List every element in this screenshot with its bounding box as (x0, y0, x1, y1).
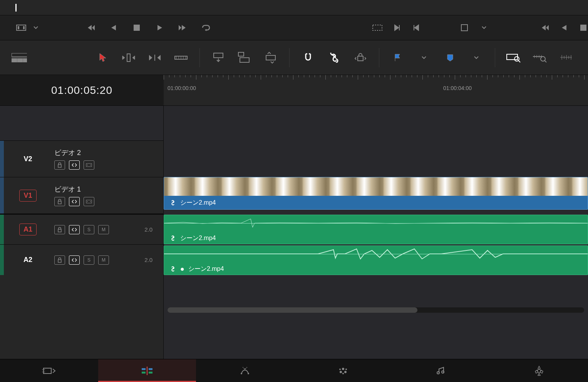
clip-label: シーン2.mp4 (164, 196, 588, 210)
scrub-bar[interactable] (0, 0, 588, 15)
color-page-tab[interactable] (294, 359, 392, 382)
chevron-down-icon[interactable] (469, 50, 484, 65)
lock-icon[interactable] (54, 160, 65, 170)
horizontal-scrollbar[interactable] (168, 307, 584, 313)
svg-rect-19 (240, 58, 249, 62)
stop-icon[interactable] (131, 22, 142, 33)
svg-rect-49 (142, 368, 146, 370)
track-select-v1[interactable]: V1 (8, 177, 48, 214)
svg-point-61 (339, 369, 341, 370)
audio-clip[interactable]: ● シーン2.mp4 (164, 245, 588, 275)
trim-tool-icon[interactable] (121, 50, 136, 65)
fairlight-page-tab[interactable] (392, 359, 490, 382)
timeline-ruler[interactable]: 01:00:00:00 01:00:04:00 (164, 75, 588, 105)
track-select-v2[interactable]: V2 (8, 141, 48, 177)
edit-page-tab[interactable] (98, 359, 196, 382)
track-indicator (0, 215, 4, 244)
svg-rect-10 (23, 58, 27, 62)
deliver-page-tab[interactable] (490, 359, 588, 382)
step-back-icon[interactable] (559, 22, 568, 33)
match-frame-icon[interactable] (372, 22, 382, 33)
waveform (164, 246, 588, 262)
chevron-down-icon[interactable] (416, 50, 432, 65)
channel-count: 2.0 (144, 226, 157, 233)
track-select-a1[interactable]: A1 (8, 215, 48, 244)
stop-icon[interactable] (579, 22, 588, 33)
svg-rect-3 (134, 25, 140, 31)
next-clip-icon[interactable] (392, 22, 402, 33)
solo-button[interactable]: S (84, 255, 94, 265)
audio-clip[interactable]: シーン2.mp4 (164, 215, 588, 244)
auto-select-icon[interactable] (69, 225, 80, 234)
auto-select-icon[interactable] (69, 160, 80, 170)
snap-icon[interactable] (300, 50, 316, 65)
link-icon[interactable] (327, 50, 342, 65)
chevron-down-icon[interactable] (479, 22, 489, 33)
lock-icon[interactable] (54, 197, 65, 206)
svg-rect-50 (149, 368, 152, 370)
clip-label: シーン2.mp4 (164, 231, 588, 244)
video-enable-icon[interactable] (84, 160, 94, 170)
svg-point-53 (241, 373, 242, 374)
lock-icon[interactable] (54, 225, 65, 234)
skip-back-icon[interactable] (540, 22, 549, 33)
clip-thumbnails (164, 177, 588, 196)
track-header-v2[interactable]: V2 ビデオ 2 (0, 140, 163, 177)
ruler-label: 01:00:00:00 (168, 85, 196, 91)
svg-rect-52 (149, 372, 152, 374)
svg-rect-8 (12, 58, 17, 62)
skip-back-icon[interactable] (85, 22, 96, 33)
replace-clip-icon[interactable] (263, 50, 278, 65)
mute-button[interactable]: M (98, 225, 109, 234)
svg-point-60 (342, 373, 344, 374)
scrollbar-thumb[interactable] (168, 307, 417, 313)
clip-name: シーン2.mp4 (188, 265, 224, 273)
viewer-mode-icon[interactable] (15, 22, 27, 33)
auto-select-icon[interactable] (69, 255, 80, 265)
svg-rect-45 (44, 368, 51, 374)
zoom-custom-icon[interactable] (558, 50, 574, 65)
cut-page-tab[interactable] (0, 359, 98, 382)
dynamic-trim-icon[interactable] (147, 50, 162, 65)
track-header-v1[interactable]: V1 ビデオ 1 (0, 177, 163, 214)
fusion-page-tab[interactable] (196, 359, 294, 382)
tracks-area: V2 ビデオ 2 V1 ビデオ 1 (0, 106, 588, 359)
blade-tool-icon[interactable] (173, 50, 189, 65)
marker-icon[interactable] (442, 50, 458, 65)
prev-clip-icon[interactable] (412, 22, 421, 33)
track-select-a2[interactable]: A2 (8, 245, 48, 275)
svg-point-55 (243, 367, 243, 368)
crop-icon[interactable] (460, 22, 469, 33)
svg-point-62 (345, 369, 347, 370)
selection-tool-icon[interactable] (95, 50, 110, 65)
timeline-view-icon[interactable] (12, 50, 27, 65)
video-clip[interactable]: シーン2.mp4 (164, 177, 588, 210)
auto-select-icon[interactable] (69, 197, 80, 206)
zoom-full-icon[interactable] (506, 50, 521, 65)
overwrite-clip-icon[interactable] (237, 50, 252, 65)
solo-button[interactable]: S (84, 225, 94, 234)
lock-icon[interactable] (54, 255, 65, 265)
skip-forward-icon[interactable] (177, 22, 189, 33)
track-header-a2[interactable]: A2 S M 2.0 (0, 244, 163, 275)
track-content[interactable]: シーン2.mp4 シーン2.mp4 ● シーン2.mp4 (164, 106, 588, 359)
track-id: V2 (20, 153, 36, 165)
position-lock-icon[interactable] (353, 50, 368, 65)
video-enable-icon[interactable] (84, 197, 94, 206)
mute-button[interactable]: M (98, 255, 109, 265)
loop-icon[interactable] (200, 22, 212, 33)
insert-clip-icon[interactable] (211, 50, 226, 65)
play-icon[interactable] (154, 22, 166, 33)
timecode-display[interactable]: 01:00:05:20 (0, 75, 164, 105)
flag-icon[interactable] (390, 50, 405, 65)
svg-rect-1 (18, 26, 19, 29)
track-header-a1[interactable]: A1 S M 2.0 (0, 214, 163, 244)
step-back-icon[interactable] (108, 22, 119, 33)
playhead-marker[interactable] (15, 4, 17, 12)
chevron-down-icon[interactable] (30, 22, 42, 33)
zoom-detail-icon[interactable] (532, 50, 548, 65)
svg-rect-18 (214, 53, 223, 58)
ruler-label: 01:00:04:00 (443, 85, 472, 91)
track-id: A2 (20, 254, 36, 265)
svg-rect-6 (580, 25, 586, 31)
